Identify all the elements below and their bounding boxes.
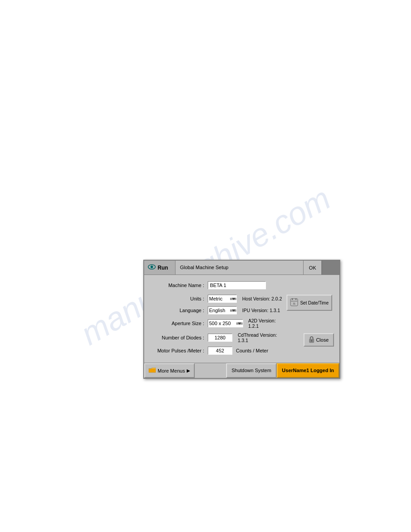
language-label: Language : [150,308,208,313]
dialog-wrapper: Run Global Machine Setup OK Machine Name… [143,260,340,379]
ipu-version: IPU Version: 1.3.1 [242,308,280,313]
close-label: Close [316,337,329,343]
machine-name-input[interactable] [208,281,266,289]
more-menus-label: More Menus [158,368,185,373]
a2d-version: A2D Version: 1.2.1 [248,318,287,329]
run-label: Run [158,265,168,271]
aperture-label: Aperture Size : [150,321,208,326]
aperture-dropdown-wrap: 500 x 250 640 x 480 [208,319,243,327]
eye-icon [148,264,156,271]
close-button[interactable]: Close [304,333,334,347]
more-menus-arrow: ▶ [187,368,190,373]
svg-point-2 [151,266,153,268]
bottom-spacer [195,363,226,378]
dialog-content: Machine Name : Units : Metric Imperial [144,275,339,363]
svg-rect-4 [292,298,293,300]
set-datetime-label: Set Date/Time [300,300,329,305]
svg-text:31: 31 [293,302,296,305]
language-dropdown-wrap: English French Spanish German [208,306,237,314]
user-logged-label: UserName1 Logged In [282,367,334,373]
motor-pulses-label: Motor Pulses /Meter : [150,348,208,353]
svg-rect-6 [291,301,297,301]
counts-per-meter-label: Counts / Meter [236,348,268,353]
padlock-icon [309,336,314,344]
global-machine-setup-dialog: Run Global Machine Setup OK Machine Name… [143,260,340,379]
aperture-dropdown-arrow[interactable] [236,322,243,325]
language-select[interactable]: English French Spanish German [208,307,230,314]
clock-icon: 31 [290,298,298,307]
bottom-bar: More Menus ▶ Shutdown System UserName1 L… [144,363,339,378]
svg-rect-5 [295,298,296,300]
aperture-select[interactable]: 500 x 250 640 x 480 [208,320,236,327]
shutdown-button[interactable]: Shutdown System [226,363,277,378]
cdthread-version: CdThread Version: 1.3.1 [238,332,287,343]
diodes-input[interactable] [208,334,232,342]
units-label: Units : [150,296,208,301]
diodes-label: Number of Diodes : [150,335,208,340]
ok-label: OK [303,261,321,275]
machine-name-label: Machine Name : [150,283,208,288]
dialog-title: Global Machine Setup [176,261,303,275]
shutdown-label: Shutdown System [231,367,271,373]
units-select[interactable]: Metric Imperial [208,295,230,302]
svg-point-9 [311,340,312,342]
units-dropdown-arrow[interactable] [230,298,236,300]
host-version: Host Version: 2.0.2 [242,296,282,301]
motor-pulses-input[interactable] [208,347,232,355]
run-title-section: Run [144,261,176,275]
more-menus-button[interactable]: More Menus ▶ [144,363,195,378]
folder-icon [149,367,156,374]
title-bar: Run Global Machine Setup OK [144,261,339,275]
units-row: Units : Metric Imperial Host Version: 2.… [150,295,334,355]
title-close-area [321,261,339,275]
set-datetime-button[interactable]: 31 Set Date/Time [287,295,332,311]
machine-name-row: Machine Name : [150,279,334,291]
language-dropdown-arrow[interactable] [230,309,236,312]
user-logged-button[interactable]: UserName1 Logged In [277,363,339,378]
units-dropdown-wrap: Metric Imperial [208,295,237,303]
